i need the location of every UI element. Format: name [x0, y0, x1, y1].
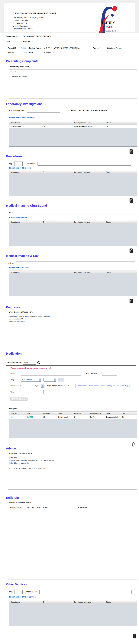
table-cell: Ok — [105, 124, 136, 128]
table-cell: GLYCERIN — [25, 415, 41, 419]
lab-investigation-row: Lab Investingation : Reffered By : HANEC… — [9, 109, 139, 112]
uss-input[interactable] — [15, 211, 135, 215]
delete-advice-button[interactable] — [132, 442, 136, 447]
way-select[interactable]: Before Meal ▼ — [21, 378, 42, 382]
separator: : — [19, 391, 21, 393]
other-services-input[interactable] — [40, 590, 132, 594]
consultant-input[interactable] — [92, 506, 135, 510]
per-meal-label: Drugs/Tablets per meal — [46, 385, 65, 387]
other-services-row: Qty : Other Services : — [9, 590, 139, 594]
other-qty-input[interactable] — [14, 590, 22, 594]
other-services-table-wrap: DepartmentIDInvestigation / ServiceStatu… — [9, 600, 137, 626]
lab-investigation-input[interactable] — [26, 109, 60, 112]
decimal-hint: Please add as decimal numbers when addin… — [78, 385, 131, 387]
xray-input[interactable] — [16, 261, 135, 265]
separator: : — [20, 35, 23, 37]
column-header: Investigation / Service — [73, 600, 105, 604]
visit-id-label: Visit ID — [8, 52, 19, 54]
column-header: ID — [41, 170, 73, 174]
separator: : — [96, 47, 98, 49]
refresh-icon — [37, 360, 41, 364]
drug-suggestion-hint: Please select the Drug from Drug suggess… — [10, 367, 136, 369]
diagnosis-label: Enter Diagnosis Details Here — [9, 311, 139, 313]
table-cell: Investigations — [10, 124, 41, 128]
way-row: Way : Before Meal ▼ OD ▼ — [10, 378, 136, 382]
separator: : — [44, 52, 46, 54]
recommended-uss-link[interactable]: Recommended USS — [9, 216, 139, 219]
xray-table: DepartmentIDInvestigation/ServiceStatus — [10, 270, 136, 274]
other-services-actions-row — [0, 633, 139, 638]
xray-row: X-Rays : — [8, 261, 139, 265]
column-header: Investigation/Service — [73, 121, 105, 124]
section-title-presenting-complaints: Presenting Complaints — [6, 60, 139, 63]
lab-table-wrap: DepartmentIDInvestigation/ServiceStatusI… — [9, 121, 137, 146]
drug-table: Drug IDDrugFequencyWayDurationDuration T… — [10, 412, 136, 419]
referring-doctor-input[interactable] — [25, 506, 64, 510]
separator: : — [100, 372, 102, 374]
delete-lab-button[interactable] — [130, 149, 133, 154]
other-qty-label: Qty — [9, 591, 12, 593]
xray-table-wrap: DepartmentIDInvestigation/ServiceStatus — [9, 270, 137, 296]
refresh-prescription-button[interactable] — [37, 360, 41, 364]
trash-icon — [130, 248, 133, 253]
patient-name-value: CHYLAH MYRA JULIETTE LEAH LEPA... — [46, 47, 90, 49]
referral-list-box[interactable] — [8, 514, 137, 580]
table-cell: 325 — [10, 415, 25, 419]
patient-row-2: Visit ID : 14364 Date : 2024-07-17 — [8, 51, 134, 54]
column-header: Qty — [121, 412, 136, 415]
table-row[interactable]: Investigations5741Urine Full Report (UFR… — [10, 124, 136, 128]
section-title-medication: Medication — [6, 352, 139, 356]
frequency-select[interactable]: OD ▼ — [44, 378, 56, 382]
procedures-table: DepartmentIDInvestigation/ServiceStatus — [10, 170, 136, 174]
consulted-by-label: Consulted By — [6, 35, 20, 37]
xray-label: X-Rays — [8, 262, 14, 264]
recommended-lab-testings-link[interactable]: Recommended Lab Testings — [9, 117, 139, 119]
section-title-laboratory: Laboratory Investigations — [6, 102, 139, 106]
advice-textarea[interactable] — [8, 456, 137, 490]
table-row[interactable]: 325GLYCERINODBefore Meal3Day/s1 supposit… — [10, 415, 136, 419]
frequency-qty-input[interactable] — [58, 378, 64, 382]
add-drug-button[interactable]: + Add Drug — [10, 397, 28, 401]
column-header: Drug — [25, 412, 41, 415]
duration-unit-select[interactable]: Day/s ▼ — [32, 384, 44, 388]
procedures-input[interactable] — [38, 162, 132, 166]
procedures-qty-label: Qty — [9, 162, 12, 165]
complaints-label: Enter Complaints Here — [9, 66, 139, 68]
column-header: Status — [105, 270, 136, 274]
diagnosis-textarea[interactable] — [8, 314, 137, 346]
patient-name-label: Patient Name — [29, 47, 44, 49]
table-cell: 1 suppositorie i... — [105, 415, 120, 419]
recommended-procedures-link[interactable]: Recommended Procedures — [9, 167, 139, 169]
column-header: Department — [10, 220, 41, 224]
delete-xray-button[interactable] — [130, 298, 133, 304]
table-cell: Urine Full Report (UFR) — [73, 124, 105, 128]
frequency-selected-value: OD — [44, 378, 48, 382]
prescription-id-input[interactable] — [23, 361, 36, 364]
drug-label: Drug — [10, 372, 19, 374]
consulted-by-row: Consulted By : Dr. HANECKY FUENTE REYES — [6, 35, 139, 38]
table-cell: OD — [41, 415, 57, 419]
column-header: Status — [105, 600, 136, 604]
recommended-xray-link[interactable]: Recommended X-Rays — [9, 267, 139, 269]
lab-investigation-label: Lab Investingation — [9, 110, 24, 112]
recommended-other-services-link[interactable]: Recommended Other Services — [9, 596, 139, 598]
trash-icon — [133, 634, 136, 638]
delete-uss-button[interactable] — [130, 248, 133, 253]
delete-other-services-button[interactable] — [133, 634, 136, 638]
separator: : — [13, 212, 15, 214]
per-meal-input[interactable] — [67, 384, 76, 388]
duration-input[interactable] — [22, 384, 32, 388]
delete-procedures-button[interactable] — [130, 198, 133, 203]
separator: : — [20, 385, 22, 387]
procedures-qty-input[interactable] — [14, 162, 22, 166]
logo-wordmark-care: C re ♥ — [106, 25, 112, 29]
duration-unit-value: Day/s — [33, 384, 39, 388]
special-notes-input[interactable] — [102, 372, 117, 376]
column-header: Department — [10, 270, 41, 274]
complaints-textarea[interactable] — [9, 69, 137, 98]
total-input[interactable] — [21, 390, 44, 394]
drug-input[interactable] — [21, 372, 81, 376]
separator: : — [12, 591, 14, 593]
lab-table: DepartmentIDInvestigation/ServiceStatusI… — [10, 121, 136, 128]
column-header: Duration Type — [89, 412, 105, 415]
